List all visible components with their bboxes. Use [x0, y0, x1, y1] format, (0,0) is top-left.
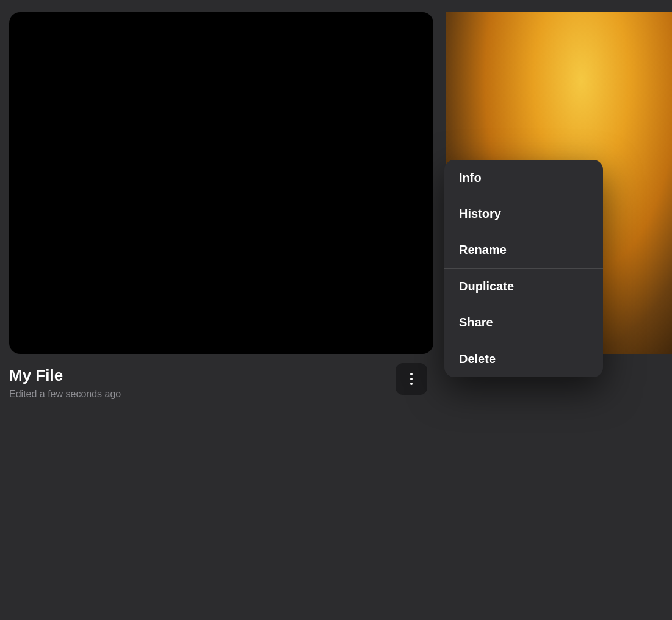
right-bottom-area: s ago — [446, 354, 672, 620]
menu-item-duplicate[interactable]: Duplicate — [444, 269, 603, 305]
more-options-button[interactable] — [396, 363, 427, 395]
file-info-area: My File Edited a few seconds ago — [0, 354, 446, 620]
file-preview — [9, 12, 433, 354]
file-subtitle: Edited a few seconds ago — [9, 389, 433, 400]
context-menu: Info History Rename Duplicate Share Dele… — [444, 160, 603, 377]
dot-icon — [410, 373, 413, 375]
menu-item-delete[interactable]: Delete — [444, 341, 603, 377]
menu-item-history[interactable]: History — [444, 196, 603, 232]
menu-item-rename[interactable]: Rename — [444, 232, 603, 268]
dot-icon — [410, 378, 413, 380]
dot-icon — [410, 383, 413, 385]
file-title: My File — [9, 366, 433, 385]
menu-item-info[interactable]: Info — [444, 160, 603, 196]
menu-item-share[interactable]: Share — [444, 305, 603, 341]
